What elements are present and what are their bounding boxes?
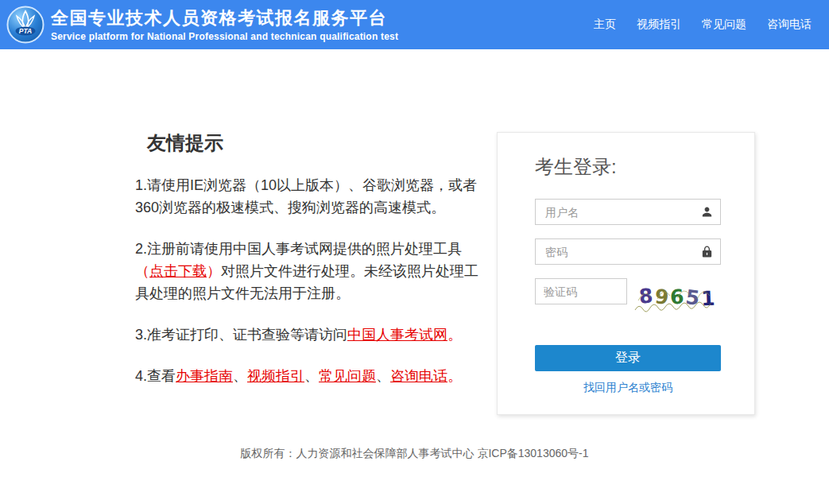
svg-text:PTA: PTA (19, 27, 32, 35)
tip-link-download-tool[interactable]: 点击下载 (149, 263, 207, 279)
tip-text: ） (207, 263, 221, 279)
captcha-input[interactable] (535, 278, 627, 304)
tips-title: 友情提示 (147, 132, 481, 155)
username-input[interactable] (535, 199, 721, 225)
user-icon (700, 205, 714, 219)
captcha-digit: 1 (701, 288, 715, 308)
tip-text: 3.准考证打印、证书查验等请访问 (135, 327, 347, 343)
username-field-wrap (535, 199, 721, 225)
pta-logo-icon: PTA (6, 6, 45, 44)
login-panel: 考生登录: 89651 登录 (497, 132, 755, 415)
tip-item: 4.查看办事指南、视频指引、常见问题、咨询电话。 (135, 365, 481, 387)
tips-section: 友情提示 1.请使用IE浏览器（10以上版本）、谷歌浏览器，或者360浏览器的极… (135, 132, 481, 387)
site-subtitle: Service platform for National Profession… (51, 31, 398, 42)
tip-text: 2.注册前请使用中国人事考试网提供的照片处理工具 (135, 241, 462, 257)
tip-text: （ (135, 263, 149, 279)
password-input[interactable] (535, 238, 721, 265)
tip-text: 。 (447, 368, 462, 384)
tips-list: 1.请使用IE浏览器（10以上版本）、谷歌浏览器，或者360浏览器的极速模式、搜… (135, 174, 481, 387)
nav-link-faq[interactable]: 常见问题 (702, 17, 746, 32)
captcha-digits: 89651 (638, 286, 715, 306)
tip-text: 、 (376, 368, 390, 384)
tip-link-faq[interactable]: 常见问题 (319, 368, 376, 384)
login-title: 考生登录: (535, 154, 721, 180)
captcha-image[interactable]: 89651 (633, 278, 721, 313)
nav-link-phone[interactable]: 咨询电话 (767, 17, 812, 32)
lock-icon (700, 245, 714, 258)
tip-text: 。 (447, 327, 462, 343)
captcha-digit: 9 (654, 286, 670, 307)
tip-item: 2.注册前请使用中国人事考试网提供的照片处理工具（点击下载）对照片文件进行处理。… (135, 238, 481, 304)
nav-link-home[interactable]: 主页 (594, 17, 616, 32)
captcha-field-wrap (535, 278, 627, 304)
captcha-digit: 8 (638, 285, 654, 306)
footer-copyright: 版权所有：人力资源和社会保障部人事考试中心 京ICP备13013060号-1 (0, 447, 829, 497)
tip-item: 3.准考证打印、证书查验等请访问中国人事考试网。 (135, 324, 481, 346)
header-nav: 主页视频指引常见问题咨询电话 (594, 17, 812, 32)
tip-link-guide[interactable]: 办事指南 (176, 368, 233, 384)
site-title: 全国专业技术人员资格考试报名服务平台 (51, 7, 398, 29)
login-button[interactable]: 登录 (535, 345, 721, 371)
tip-text: 1.请使用IE浏览器（10以上版本）、谷歌浏览器，或者360浏览器的极速模式、搜… (135, 177, 477, 215)
tip-link-video-guide[interactable]: 视频指引 (247, 368, 304, 384)
header: PTA 全国专业技术人员资格考试报名服务平台 Service platform … (0, 0, 829, 49)
tip-text: 、 (233, 368, 247, 384)
tip-link-phone[interactable]: 咨询电话 (390, 368, 447, 384)
nav-link-video-guide[interactable]: 视频指引 (637, 17, 681, 32)
tip-text: 4.查看 (135, 368, 176, 384)
password-field-wrap (535, 238, 721, 265)
main-content: 友情提示 1.请使用IE浏览器（10以上版本）、谷歌浏览器，或者360浏览器的极… (135, 132, 755, 415)
tip-text: 、 (304, 368, 319, 384)
header-titles: 全国专业技术人员资格考试报名服务平台 Service platform for … (51, 7, 398, 43)
captcha-row: 89651 (535, 278, 721, 313)
tip-item: 1.请使用IE浏览器（10以上版本）、谷歌浏览器，或者360浏览器的极速模式、搜… (135, 174, 481, 219)
forgot-credentials-link[interactable]: 找回用户名或密码 (535, 381, 721, 395)
captcha-digit: 6 (670, 286, 685, 307)
tip-link-cpta-site[interactable]: 中国人事考试网 (347, 327, 447, 343)
captcha-digit: 5 (684, 287, 700, 308)
